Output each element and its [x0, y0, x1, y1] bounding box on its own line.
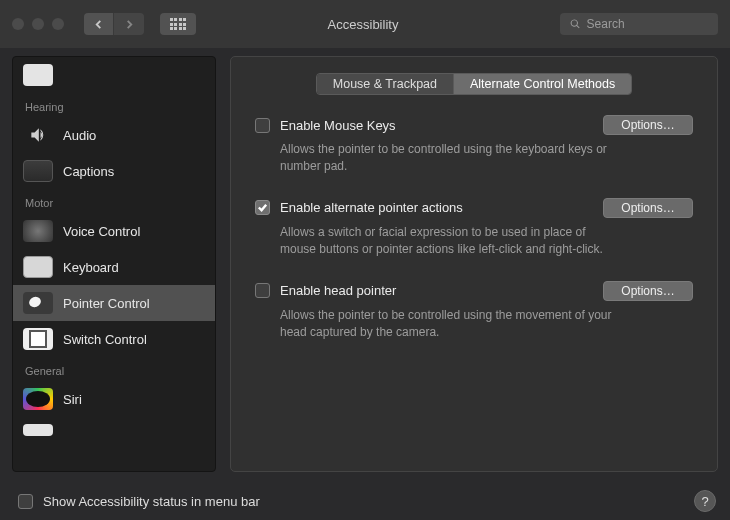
- option-alt-pointer: Enable alternate pointer actionsOptions……: [255, 198, 693, 259]
- option-label: Enable Mouse Keys: [280, 118, 593, 133]
- sidebar-item-siri[interactable]: Siri: [13, 381, 215, 417]
- close-window-button[interactable]: [12, 18, 24, 30]
- nav-buttons: [84, 13, 144, 35]
- captions-icon: [23, 160, 53, 182]
- sidebar-item-label: Audio: [63, 128, 96, 143]
- titlebar: Accessibility: [0, 0, 730, 48]
- settings-panel: Mouse & TrackpadAlternate Control Method…: [230, 56, 718, 472]
- show-all-button[interactable]: [160, 13, 196, 35]
- option-mouse-keys: Enable Mouse KeysOptions…Allows the poin…: [255, 115, 693, 176]
- preferences-window: Accessibility HearingAudioCaptionsMotorV…: [0, 0, 730, 520]
- back-button[interactable]: [84, 13, 114, 35]
- sidebar-item-label: Voice Control: [63, 224, 140, 239]
- keyboard-icon: [23, 256, 53, 278]
- siri-icon: [23, 388, 53, 410]
- sidebar-item-captions[interactable]: Captions: [13, 153, 215, 189]
- checkbox-alt-pointer[interactable]: [255, 200, 270, 215]
- window-controls: [12, 18, 64, 30]
- sidebar-item-label: Captions: [63, 164, 114, 179]
- option-description: Allows the pointer to be controlled usin…: [280, 307, 620, 342]
- sidebar: HearingAudioCaptionsMotorVoice ControlKe…: [12, 56, 216, 472]
- option-head-pointer: Enable head pointerOptions…Allows the po…: [255, 281, 693, 342]
- option-label: Enable head pointer: [280, 283, 593, 298]
- search-field[interactable]: [560, 13, 718, 35]
- sidebar-item-audio[interactable]: Audio: [13, 117, 215, 153]
- sidebar-item-partial[interactable]: [13, 57, 215, 93]
- search-icon: [570, 18, 581, 30]
- sidebar-section-general: General: [13, 357, 215, 381]
- option-description: Allows a switch or facial expression to …: [280, 224, 620, 259]
- audio-icon: [23, 124, 53, 146]
- sidebar-item-voice-control[interactable]: Voice Control: [13, 213, 215, 249]
- sidebar-section-hearing: Hearing: [13, 93, 215, 117]
- options-button-head-pointer[interactable]: Options…: [603, 281, 693, 301]
- forward-button[interactable]: [114, 13, 144, 35]
- search-input[interactable]: [587, 17, 708, 31]
- show-status-checkbox[interactable]: [18, 494, 33, 509]
- sidebar-item-label: Siri: [63, 392, 82, 407]
- tab-mouse-trackpad[interactable]: Mouse & Trackpad: [317, 74, 454, 94]
- voice-control-icon: [23, 220, 53, 242]
- switch-control-icon: [23, 328, 53, 350]
- checkbox-head-pointer[interactable]: [255, 283, 270, 298]
- window-title: Accessibility: [204, 17, 552, 32]
- zoom-window-button[interactable]: [52, 18, 64, 30]
- footer: Show Accessibility status in menu bar ?: [0, 482, 730, 520]
- sidebar-item-label: Switch Control: [63, 332, 147, 347]
- content-body: HearingAudioCaptionsMotorVoice ControlKe…: [0, 48, 730, 482]
- minimize-window-button[interactable]: [32, 18, 44, 30]
- checkbox-mouse-keys[interactable]: [255, 118, 270, 133]
- sidebar-section-motor: Motor: [13, 189, 215, 213]
- sidebar-item-partial-bottom[interactable]: [13, 417, 215, 443]
- options-button-alt-pointer[interactable]: Options…: [603, 198, 693, 218]
- tab-bar: Mouse & TrackpadAlternate Control Method…: [316, 73, 632, 95]
- show-status-label: Show Accessibility status in menu bar: [43, 494, 684, 509]
- sidebar-item-label: Keyboard: [63, 260, 119, 275]
- option-label: Enable alternate pointer actions: [280, 200, 593, 215]
- pointer-control-icon: [23, 292, 53, 314]
- sidebar-item-label: Pointer Control: [63, 296, 150, 311]
- options-list: Enable Mouse KeysOptions…Allows the poin…: [255, 115, 693, 363]
- option-description: Allows the pointer to be controlled usin…: [280, 141, 620, 176]
- help-button[interactable]: ?: [694, 490, 716, 512]
- sidebar-item-keyboard[interactable]: Keyboard: [13, 249, 215, 285]
- sidebar-item-switch-control[interactable]: Switch Control: [13, 321, 215, 357]
- sidebar-item-pointer-control[interactable]: Pointer Control: [13, 285, 215, 321]
- tab-alt-control[interactable]: Alternate Control Methods: [454, 74, 631, 94]
- options-button-mouse-keys[interactable]: Options…: [603, 115, 693, 135]
